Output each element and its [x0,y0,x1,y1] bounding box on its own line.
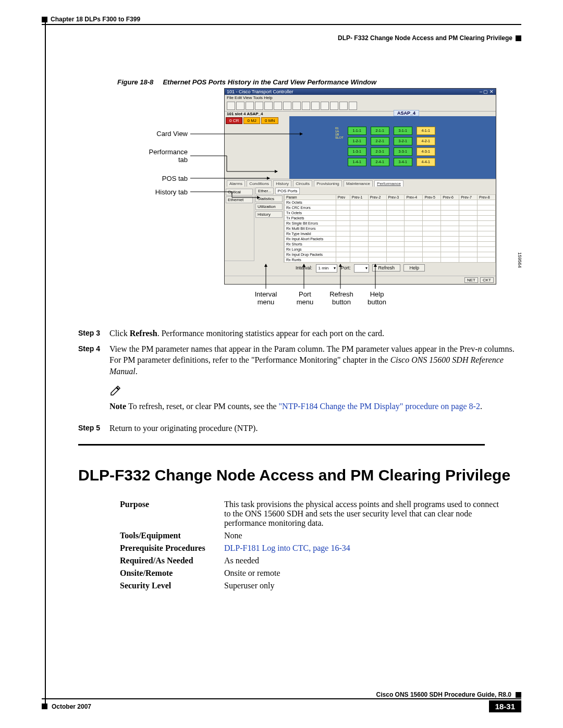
proc-val-security: Superuser only [224,581,500,590]
figure-title: Ethernet POS Ports History in the Card V… [163,78,376,86]
step-label: Step 3 [78,328,109,339]
footer-guide: Cisco ONS 15600 SDH Procedure Guide, R8.… [376,691,511,698]
proc-key-tools: Tools/Equipment [120,531,224,540]
proc-val-required: As needed [224,556,500,565]
ctc-side-tabs[interactable]: Optical Ethernet [225,188,254,261]
port-menu[interactable] [354,264,369,273]
proc-key-prereq: Prerequisite Procedures [120,544,224,553]
page-header: Chapter 18 DLPs F300 to F399 DLP- F332 C… [42,16,521,42]
callout-performance-tab: Performancetab [115,148,188,164]
card-view-graphic[interactable]: ASAP_4 011A1BSLOT 1-1-11-2-11-3-11-4-1 2… [289,116,496,179]
footer-bullet-icon [42,704,47,709]
ctc-inner-tabs[interactable]: Statistics Utilization History [254,194,284,263]
window-controls-icon: – ▢ ✕ [480,89,494,94]
proc-val-tools: None [224,531,500,540]
refresh-button[interactable]: Refresh [372,264,400,272]
ctc-window: 101 - Cisco Transport Controller – ▢ ✕ F… [224,88,496,285]
ctc-bottom-controls: Interval: 1 min Port: Refresh Help [225,261,496,276]
section-divider [78,444,485,446]
callout-history-tab: History tab [115,188,188,196]
chapter-title: Chapter 18 DLPs F300 to F399 [51,16,140,23]
header-bullet-icon [516,35,521,41]
step-label: Step 4 [78,343,109,412]
ctc-toolbar[interactable] [225,101,496,112]
proc-key-required: Required/As Needed [120,556,224,565]
footer-date: October 2007 [52,703,91,710]
proc-key-security: Security Level [120,581,224,590]
section-title-header: DLP- F332 Change Node Access and PM Clea… [338,34,512,42]
step-4: Step 4 View the PM parameter names that … [78,343,516,412]
ctc-alarm-summary: 0 CR 0 MJ 0 MN [225,116,289,179]
page-footer: Cisco ONS 15600 SDH Procedure Guide, R8.… [42,691,521,712]
proc-val-onsite: Onsite or remote [224,569,500,578]
page-number: 18-31 [489,700,521,712]
procedure-info-table: Purpose This task provisions the physica… [120,500,500,590]
figure-image-id: 159564 [517,252,522,268]
callout-port-menu: Portmenu [287,290,323,306]
port-label: Port: [341,265,351,270]
callout-pos-tab: POS tab [115,175,188,182]
callout-refresh-button: Refreshbutton [323,290,360,306]
note-block: Note To refresh, reset, or clear PM coun… [109,401,516,412]
ctc-main-tabs[interactable]: Alarms Conditions History Circuits Provi… [225,179,496,188]
section-heading: DLP-F332 Change Node Access and PM Clear… [78,466,521,484]
procedure-steps: Step 3 Click Refresh. Performance monito… [78,328,516,434]
step-3: Step 3 Click Refresh. Performance monito… [78,328,516,339]
interval-menu[interactable]: 1 min [316,264,338,273]
ctc-title: 101 - Cisco Transport Controller [227,89,293,94]
footer-bullet-icon [516,692,521,698]
asap-label: ASAP_4 [394,110,419,116]
pos-ports-tab[interactable]: POS Ports [275,188,300,194]
interval-label: Interval: [296,265,312,270]
figure-label: Figure 18-8 [117,78,153,86]
note-pencil-icon [109,384,122,397]
pm-history-grid[interactable]: Param Prev Prev-1 Prev-2 Prev-3 Prev-4 P… [284,194,496,263]
proc-val-purpose: This task provisions the physical access… [224,500,500,528]
callout-card-view: Card View [115,130,188,138]
prereq-link[interactable]: DLP-F181 Log into CTC, page 16-34 [224,544,350,552]
callout-help-button: Helpbutton [359,290,395,306]
note-xref-link[interactable]: "NTP-F184 Change the PM Display" procedu… [279,402,480,411]
callout-interval-menu: Intervalmenu [248,290,284,306]
step-5: Step 5 Return to your originating proced… [78,423,516,434]
ctc-menubar[interactable]: File Edit View Tools Help [225,95,496,101]
figure-18-8: Figure 18-8 Ethernet POS Ports History i… [42,78,521,317]
step-label: Step 5 [78,423,109,434]
proc-key-onsite: Onsite/Remote [120,569,224,578]
help-button[interactable]: Help [403,264,425,272]
proc-key-purpose: Purpose [120,500,224,509]
ctc-slot-label: 101 slot 4 ASAP_4 [227,112,263,116]
note-label: Note [109,401,128,412]
ctc-statusbar: NETCKT [225,276,496,284]
